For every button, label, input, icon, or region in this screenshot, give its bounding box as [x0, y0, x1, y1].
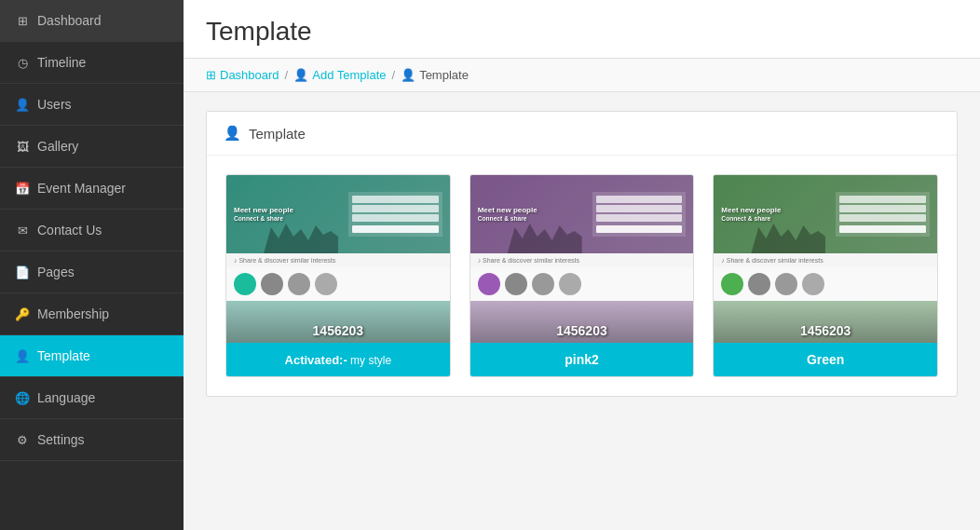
preview-avatars — [470, 267, 694, 301]
template-icon: 👤 — [15, 349, 30, 363]
template-section-card: 👤 Template Meet new peopleConnect & shar… — [206, 111, 958, 397]
template-label-green: Green — [714, 343, 937, 376]
breadcrumb-add-template[interactable]: 👤 Add Template — [293, 68, 386, 82]
gallery-icon: 🖼 — [15, 140, 30, 154]
activated-label: Activated:- my style — [285, 353, 392, 367]
section-title: Template — [249, 126, 306, 142]
preview-form — [592, 192, 687, 237]
section-header: 👤 Template — [207, 112, 957, 156]
sidebar-label-pages: Pages — [37, 265, 75, 279]
preview-hero-text: Meet new peopleConnect & share — [478, 206, 538, 223]
template-name-pink2: pink2 — [565, 352, 599, 367]
template-card-pink2[interactable]: Meet new peopleConnect & share ♪ Share &… — [470, 174, 695, 377]
sidebar-item-event-manager[interactable]: 📅 Event Manager — [0, 168, 184, 210]
page-title: Template — [206, 17, 958, 47]
main-content: Template ⊞ Dashboard/👤 Add Template/👤 Te… — [184, 0, 980, 530]
contact-us-icon: ✉ — [15, 224, 30, 238]
timeline-icon: ◷ — [15, 56, 30, 70]
breadcrumb-template: 👤 Template — [401, 68, 469, 82]
preview-hero-text: Meet new peopleConnect & share — [234, 206, 293, 223]
sidebar-label-settings: Settings — [37, 432, 85, 447]
sidebar-item-settings[interactable]: ⚙ Settings — [0, 419, 184, 461]
bc-icon-add-template: 👤 — [293, 68, 308, 82]
preview-subtitle: ♪ Share & discover similar interests — [478, 257, 579, 264]
preview-subtitle: ♪ Share & discover similar interests — [721, 257, 823, 264]
template-preview-green: Meet new peopleConnect & share ♪ Share &… — [714, 175, 937, 343]
sidebar-label-users: Users — [37, 97, 72, 112]
sidebar-item-contact-us[interactable]: ✉ Contact Us — [0, 210, 184, 251]
preview-middle: ♪ Share & discover similar interests — [714, 253, 937, 267]
section-icon: 👤 — [224, 125, 241, 142]
bc-icon-dashboard: ⊞ — [206, 68, 216, 82]
preview-form — [348, 192, 442, 237]
sidebar-item-timeline[interactable]: ◷ Timeline — [0, 42, 184, 84]
breadcrumb-sep-2: / — [392, 68, 396, 82]
dashboard-icon: ⊞ — [15, 14, 30, 28]
sidebar-label-event-manager: Event Manager — [37, 181, 126, 196]
preview-middle: ♪ Share & discover similar interests — [226, 253, 450, 267]
sidebar-label-gallery: Gallery — [37, 139, 78, 154]
preview-form — [836, 192, 930, 237]
sidebar-item-gallery[interactable]: 🖼 Gallery — [0, 126, 184, 168]
breadcrumb: ⊞ Dashboard/👤 Add Template/👤 Template — [184, 59, 980, 92]
template-card-my-style[interactable]: Meet new peopleConnect & share ♪ Share &… — [225, 174, 451, 377]
sidebar-item-dashboard[interactable]: ⊞ Dashboard — [0, 0, 184, 42]
breadcrumb-dashboard[interactable]: ⊞ Dashboard — [206, 68, 279, 82]
sidebar-label-membership: Membership — [37, 306, 109, 321]
bc-icon-template: 👤 — [401, 68, 415, 82]
language-icon: 🌐 — [15, 391, 30, 405]
sidebar-item-template[interactable]: 👤 Template — [0, 335, 184, 377]
template-label-pink2: pink2 — [470, 343, 694, 376]
users-icon: 👤 — [15, 98, 30, 112]
sidebar: ⊞ Dashboard ◷ Timeline 👤 Users 🖼 Gallery… — [0, 0, 184, 530]
template-preview-my-style: Meet new peopleConnect & share ♪ Share &… — [226, 175, 450, 343]
sidebar-label-language: Language — [37, 390, 95, 405]
event-manager-icon: 📅 — [15, 182, 30, 196]
template-label-my-style: Activated:- my style — [226, 343, 450, 376]
preview-counter: 1456203 — [313, 323, 364, 338]
preview-banner: 1456203 — [226, 301, 450, 343]
preview-avatars — [226, 267, 450, 301]
page-header: Template — [184, 0, 980, 59]
sidebar-item-users[interactable]: 👤 Users — [0, 84, 184, 126]
sidebar-item-language[interactable]: 🌐 Language — [0, 377, 184, 419]
membership-icon: 🔑 — [15, 307, 30, 321]
sidebar-item-membership[interactable]: 🔑 Membership — [0, 293, 184, 335]
preview-avatars — [714, 267, 937, 301]
preview-banner: 1456203 — [714, 301, 937, 343]
content-area: 👤 Template Meet new peopleConnect & shar… — [184, 92, 980, 530]
breadcrumb-sep-1: / — [285, 68, 289, 82]
template-name-green: Green — [807, 352, 844, 367]
preview-banner: 1456203 — [470, 301, 694, 343]
preview-counter: 1456203 — [556, 323, 607, 338]
preview-subtitle: ♪ Share & discover similar interests — [234, 257, 335, 264]
pages-icon: 📄 — [15, 265, 30, 279]
sidebar-label-template: Template — [37, 348, 90, 363]
sidebar-label-timeline: Timeline — [37, 55, 86, 70]
sidebar-item-pages[interactable]: 📄 Pages — [0, 251, 184, 293]
settings-icon: ⚙ — [15, 433, 30, 447]
template-grid: Meet new peopleConnect & share ♪ Share &… — [207, 156, 957, 396]
preview-middle: ♪ Share & discover similar interests — [470, 253, 694, 267]
preview-counter: 1456203 — [800, 323, 851, 338]
template-card-green[interactable]: Meet new peopleConnect & share ♪ Share &… — [713, 174, 938, 377]
template-preview-pink2: Meet new peopleConnect & share ♪ Share &… — [470, 175, 694, 343]
sidebar-label-dashboard: Dashboard — [37, 13, 102, 28]
sidebar-label-contact-us: Contact Us — [37, 223, 102, 238]
preview-hero-text: Meet new peopleConnect & share — [721, 206, 781, 223]
